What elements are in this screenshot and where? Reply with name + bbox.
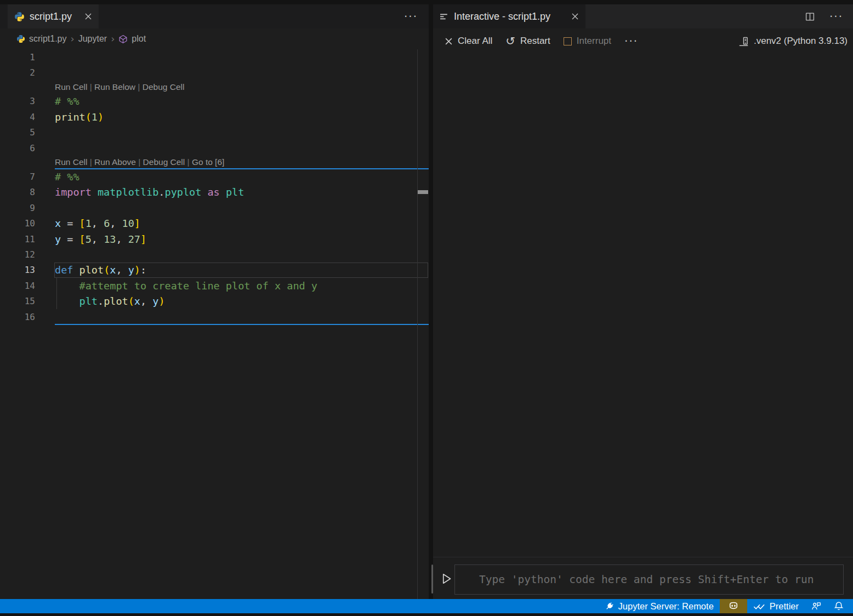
overview-ruler-line bbox=[417, 49, 418, 599]
codelens-link[interactable]: Run Above bbox=[94, 157, 136, 167]
code-line[interactable]: 8import matplotlib.pyplot as plt bbox=[0, 185, 429, 200]
codelens-link[interactable]: Run Cell bbox=[55, 157, 87, 167]
tab-script1py[interactable]: script1.py bbox=[8, 4, 99, 28]
interactive-toolbar: Clear All ↺ Restart Interrupt ··· .venv2… bbox=[433, 28, 853, 54]
interrupt-button[interactable]: Interrupt bbox=[559, 33, 616, 49]
copilot-status[interactable] bbox=[720, 599, 747, 613]
code-input[interactable] bbox=[455, 565, 843, 594]
jupyter-server-status[interactable]: Jupyter Server: Remote bbox=[599, 599, 720, 613]
input-scroll-handle[interactable] bbox=[431, 564, 433, 594]
code-token: x bbox=[55, 218, 67, 229]
code-token: . bbox=[98, 295, 104, 307]
code-line[interactable]: 4print(1) bbox=[0, 109, 429, 124]
split-editor-icon[interactable] bbox=[805, 12, 815, 21]
code-token bbox=[55, 295, 79, 307]
run-code-button[interactable] bbox=[440, 572, 453, 586]
code-token: : bbox=[140, 264, 146, 276]
code-token: , bbox=[116, 233, 128, 245]
code-line[interactable]: 14 #attempt to create line plot of x and… bbox=[0, 278, 429, 293]
feedback-button[interactable] bbox=[805, 599, 828, 613]
codelens-row: Run Cell | Run Below | Debug Cell bbox=[0, 81, 429, 94]
code-token: 6 bbox=[104, 218, 110, 229]
code-line[interactable]: 5 bbox=[0, 125, 429, 140]
copilot-icon bbox=[727, 601, 740, 612]
code-line[interactable]: 12 bbox=[0, 247, 429, 262]
toolbar-more-icon[interactable]: ··· bbox=[619, 32, 643, 50]
kernel-label: .venv2 (Python 3.9.13) bbox=[754, 36, 848, 47]
interrupt-square-icon bbox=[564, 37, 572, 45]
restart-button[interactable]: ↺ Restart bbox=[501, 33, 555, 49]
overview-ruler-marker bbox=[418, 190, 428, 194]
codelens-link[interactable]: Run Below bbox=[94, 82, 135, 92]
code-editor[interactable]: 12Run Cell | Run Below | Debug Cell3# %%… bbox=[0, 49, 429, 599]
cell-border bbox=[55, 324, 429, 325]
line-number: 2 bbox=[0, 67, 35, 78]
code-line[interactable]: 3# %% bbox=[0, 94, 429, 109]
codelens-link[interactable]: Go to [6] bbox=[192, 157, 224, 167]
chevron-right-icon: › bbox=[111, 34, 115, 44]
line-number: 11 bbox=[0, 234, 35, 244]
line-number: 13 bbox=[0, 265, 35, 275]
code-token: [ bbox=[79, 233, 86, 245]
notifications-bell-icon[interactable] bbox=[828, 599, 850, 613]
breadcrumb-item-jupyter[interactable]: Jupyter bbox=[78, 34, 107, 44]
code-line[interactable]: 16 bbox=[0, 309, 429, 324]
code-line[interactable]: 9 bbox=[0, 200, 429, 215]
line-number: 6 bbox=[0, 143, 35, 153]
code-line[interactable]: 6 bbox=[0, 140, 429, 156]
codelens-link[interactable]: Debug Cell bbox=[143, 82, 185, 92]
code-token: = bbox=[67, 218, 79, 229]
code-line[interactable]: 11y = [5, 13, 27] bbox=[0, 231, 429, 247]
vscode-window: script1.py ··· script1.py › Jupyter › bbox=[0, 0, 853, 616]
code-token: [ bbox=[79, 218, 86, 229]
clear-all-button[interactable]: Clear All bbox=[440, 33, 497, 49]
line-number: 5 bbox=[0, 127, 35, 138]
code-token bbox=[55, 280, 79, 292]
codelens-link[interactable]: Debug Cell bbox=[143, 157, 185, 167]
code-token: plot bbox=[79, 264, 104, 276]
interactive-input-area bbox=[433, 557, 853, 599]
code-token: plt bbox=[226, 186, 244, 198]
codelens-link[interactable]: Run Cell bbox=[55, 82, 87, 92]
code-token: . bbox=[158, 186, 164, 198]
clear-all-label: Clear All bbox=[458, 36, 492, 47]
code-line[interactable]: 13def plot(x, y): bbox=[0, 263, 429, 278]
code-token: 1 bbox=[86, 218, 92, 229]
breadcrumb-item-file[interactable]: script1.py bbox=[29, 34, 66, 44]
code-token: x bbox=[134, 295, 140, 307]
editor-actions-more-icon[interactable]: ··· bbox=[404, 10, 429, 23]
code-token: pyplot bbox=[165, 186, 202, 198]
code-line[interactable]: 15 plt.plot(x, y) bbox=[0, 293, 429, 309]
code-line[interactable]: 2 bbox=[0, 65, 429, 80]
prettier-label: Prettier bbox=[770, 601, 799, 612]
code-token: , bbox=[116, 264, 128, 276]
interactive-window-group: Interactive - script1.py ··· Clear All bbox=[433, 4, 853, 599]
breadcrumb-item-symbol[interactable]: plot bbox=[132, 34, 146, 44]
code-token: def bbox=[55, 264, 79, 276]
line-number: 7 bbox=[0, 172, 35, 182]
kernel-selector[interactable]: .venv2 (Python 3.9.13) bbox=[738, 36, 853, 47]
tab-interactive[interactable]: Interactive - script1.py bbox=[433, 4, 585, 28]
line-number: 1 bbox=[0, 52, 35, 62]
panel-splitter[interactable] bbox=[429, 4, 433, 599]
line-number: 10 bbox=[0, 218, 35, 229]
code-token: 5 bbox=[86, 233, 92, 245]
python-icon bbox=[14, 12, 25, 22]
code-token: import bbox=[55, 186, 98, 198]
interrupt-label: Interrupt bbox=[577, 36, 611, 47]
code-token: as bbox=[201, 186, 226, 198]
prettier-status[interactable]: Prettier bbox=[747, 599, 805, 613]
code-token: = bbox=[67, 233, 79, 245]
codelens-separator: | bbox=[135, 82, 143, 92]
code-token: 10 bbox=[122, 218, 134, 229]
close-icon[interactable] bbox=[571, 13, 579, 20]
python-icon bbox=[16, 35, 25, 43]
double-check-icon bbox=[753, 602, 765, 611]
more-actions-icon[interactable]: ··· bbox=[829, 10, 843, 23]
code-line[interactable]: 10x = [1, 6, 10] bbox=[0, 216, 429, 231]
close-icon[interactable] bbox=[84, 13, 92, 20]
code-line[interactable]: 7# %% bbox=[0, 169, 429, 184]
code-line[interactable]: 1 bbox=[0, 49, 429, 65]
breadcrumb: script1.py › Jupyter › plot bbox=[0, 28, 429, 49]
code-token: 1 bbox=[92, 111, 98, 123]
